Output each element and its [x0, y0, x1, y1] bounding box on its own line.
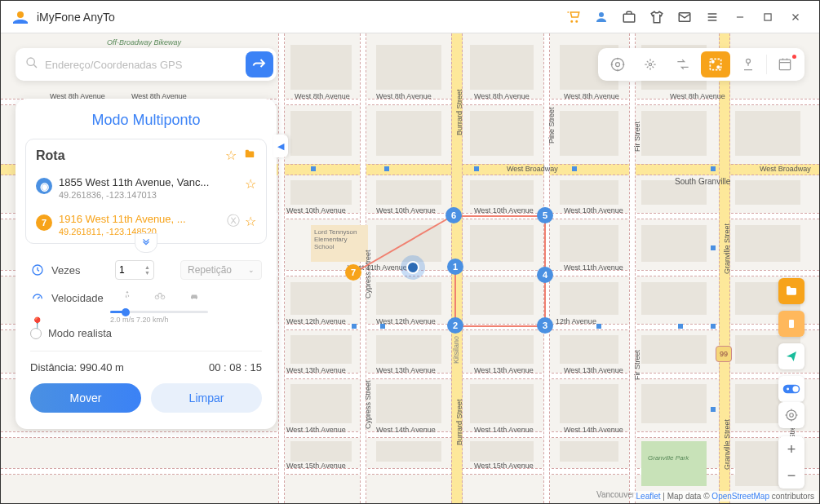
- current-location-marker: [401, 255, 425, 280]
- start-address: 1855 West 11th Avenue, Vanc...: [59, 176, 238, 188]
- search-input[interactable]: [45, 59, 246, 71]
- title-bar: iMyFone AnyTo: [1, 1, 819, 33]
- svg-point-1: [599, 12, 604, 17]
- speed-slider[interactable]: 2.0 m/s 7.20 km/h: [110, 311, 262, 324]
- svg-point-6: [616, 63, 620, 67]
- waypoint-4[interactable]: 4: [537, 267, 553, 283]
- highway-badge: 99: [716, 346, 732, 362]
- svg-point-21: [787, 388, 789, 391]
- svg-point-11: [717, 66, 720, 69]
- locate-me-button[interactable]: [778, 402, 804, 428]
- panel-title: Modo Multiponto: [16, 112, 277, 129]
- expand-route-button[interactable]: [135, 233, 157, 253]
- last-address: 1916 West 11th Avenue, ...: [59, 213, 220, 225]
- pin-marker-icon: 📍: [30, 316, 44, 329]
- search-go-button[interactable]: [246, 51, 273, 77]
- collapse-panel-button[interactable]: ◀: [273, 135, 288, 157]
- waypoint-2[interactable]: 2: [447, 317, 463, 334]
- mail-button[interactable]: [673, 6, 696, 29]
- multi-spot-mode-button[interactable]: [701, 51, 730, 77]
- distance-text: Distância: 990.40 m: [30, 361, 124, 374]
- svg-point-15: [126, 291, 128, 293]
- waypoint-5[interactable]: 5: [537, 207, 553, 223]
- two-spot-mode-button[interactable]: [668, 51, 698, 77]
- side-tools: [778, 278, 804, 402]
- leaflet-link[interactable]: Leaflet: [636, 492, 661, 501]
- route-label: Rota: [36, 148, 225, 163]
- waypoint-7[interactable]: 7: [345, 264, 361, 281]
- search-box: [16, 48, 277, 81]
- waypoint-3[interactable]: 3: [537, 317, 553, 334]
- svg-rect-2: [623, 14, 635, 22]
- car-mode-button[interactable]: [187, 290, 202, 306]
- minimize-button[interactable]: [729, 6, 751, 29]
- send-button[interactable]: [778, 343, 804, 369]
- svg-rect-18: [789, 320, 794, 328]
- svg-rect-4: [765, 13, 771, 20]
- favorite-route-button[interactable]: ☆: [225, 148, 237, 163]
- route-start-item[interactable]: 1855 West 11th Avenue, Vanc... 49.261836…: [36, 170, 256, 206]
- briefcase-button[interactable]: [618, 6, 640, 29]
- tshirt-button[interactable]: [645, 6, 668, 29]
- favorite-waypoint-button[interactable]: ☆: [245, 214, 256, 229]
- waypoint-pin-icon: 7: [36, 214, 52, 231]
- remove-waypoint-button[interactable]: ⓧ: [227, 213, 240, 230]
- favorite-start-button[interactable]: ☆: [245, 176, 256, 192]
- cart-button[interactable]: [562, 6, 585, 29]
- map-attribution: Leaflet | Map data © OpenStreetMap contr…: [633, 491, 818, 502]
- osm-link[interactable]: OpenStreetMap: [711, 492, 769, 501]
- svg-point-20: [792, 386, 798, 391]
- app-title: iMyFone AnyTo: [37, 11, 115, 24]
- school-label: Lord Tennyson Elementary School: [311, 225, 368, 262]
- svg-point-22: [790, 413, 794, 418]
- account-button[interactable]: [590, 6, 613, 29]
- save-route-button[interactable]: [243, 148, 256, 163]
- clear-button[interactable]: Limpar: [151, 383, 262, 413]
- speed-value-text: 2.0 m/s 7.20 km/h: [110, 316, 262, 324]
- device-button[interactable]: [778, 311, 804, 337]
- waypoint-6[interactable]: 6: [445, 207, 462, 223]
- zoom-in-button[interactable]: +: [778, 436, 804, 462]
- search-icon: [25, 56, 38, 73]
- walk-mode-button[interactable]: [122, 290, 133, 306]
- svg-point-0: [17, 11, 24, 18]
- multipoint-panel: ◀ Modo Multiponto Rota ☆ 1855 West 11th …: [16, 99, 277, 429]
- times-icon: [30, 263, 45, 276]
- time-text: 00 : 08 : 15: [209, 361, 262, 374]
- close-button[interactable]: [784, 6, 807, 29]
- speed-icon: [30, 291, 45, 304]
- zoom-controls: + −: [778, 436, 804, 489]
- toggle-button[interactable]: [778, 376, 804, 402]
- zoom-out-button[interactable]: −: [778, 462, 804, 489]
- app-logo-icon: [11, 7, 30, 27]
- speed-label: Velocidade: [51, 292, 109, 304]
- svg-rect-13: [779, 60, 790, 70]
- times-label: Vezes: [51, 264, 109, 276]
- waypoint-1[interactable]: 1: [447, 259, 463, 275]
- menu-button[interactable]: [701, 6, 724, 29]
- svg-point-5: [27, 58, 34, 65]
- mode-toolbar: [598, 48, 804, 81]
- svg-point-23: [787, 410, 796, 420]
- jump-teleport-button[interactable]: [734, 51, 763, 77]
- start-pin-icon: [36, 178, 52, 194]
- svg-point-10: [711, 60, 714, 63]
- map[interactable]: Lord Tennyson Elementary School West 8th…: [1, 33, 819, 503]
- move-button[interactable]: Mover: [30, 383, 141, 413]
- maximize-button[interactable]: [756, 6, 779, 29]
- svg-point-8: [649, 63, 651, 65]
- repeat-select[interactable]: Repetição⌄: [180, 260, 262, 280]
- realistic-label: Modo realista: [48, 327, 112, 339]
- add-favorite-button[interactable]: [778, 278, 804, 304]
- svg-point-12: [747, 59, 751, 63]
- bike-mode-button[interactable]: [153, 290, 167, 306]
- history-button[interactable]: [770, 51, 800, 77]
- joystick-mode-button[interactable]: [636, 51, 665, 77]
- teleport-mode-button[interactable]: [603, 51, 632, 77]
- times-stepper[interactable]: 1▲▼: [115, 260, 154, 280]
- start-coords: 49.261836, -123.147013: [59, 190, 238, 200]
- route-box: Rota ☆ 1855 West 11th Avenue, Vanc... 49…: [25, 139, 267, 244]
- svg-point-7: [612, 59, 624, 71]
